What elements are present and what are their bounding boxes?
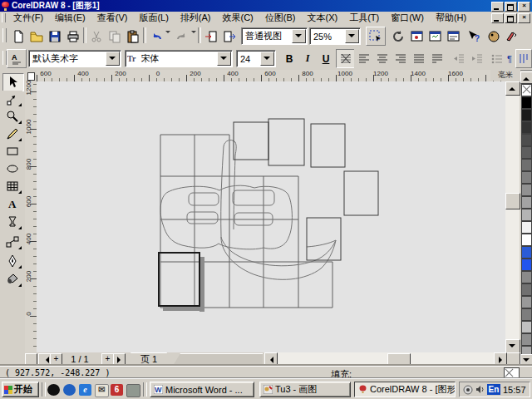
start-button[interactable]: 开始 [2, 382, 39, 397]
qq-penguin-icon[interactable] [47, 384, 60, 396]
font-combo[interactable]: Tr 宋体 [125, 50, 233, 67]
square-object[interactable] [268, 119, 304, 165]
view-manager-button[interactable] [426, 27, 446, 46]
launcher-button[interactable] [502, 27, 522, 46]
square-object[interactable] [307, 218, 341, 260]
align-center-button[interactable] [372, 49, 392, 68]
bold-button[interactable]: B [286, 53, 293, 65]
open-button[interactable] [27, 27, 47, 46]
menu-item[interactable]: 工具(T) [343, 12, 385, 23]
ime-indicator[interactable]: En [487, 384, 500, 395]
ellipse-tool[interactable] [2, 160, 22, 177]
menu-item[interactable]: 查看(V) [91, 12, 134, 23]
interactive-transparency-tool[interactable] [2, 214, 22, 230]
mdi-close-button[interactable]: × [518, 13, 530, 23]
color-swatch[interactable] [521, 209, 532, 221]
outline-tool[interactable] [2, 253, 22, 269]
messenger-icon[interactable] [63, 384, 76, 396]
color-swatch[interactable] [521, 296, 532, 308]
color-swatch[interactable] [521, 171, 532, 184]
treat-as-filled-button[interactable] [366, 27, 386, 46]
restore-button[interactable] [505, 2, 517, 12]
color-swatch[interactable] [521, 134, 532, 146]
square-object[interactable] [311, 124, 345, 167]
volume-icon[interactable] [475, 385, 485, 394]
character-outline[interactable] [221, 236, 336, 279]
color-swatch[interactable] [521, 146, 532, 159]
format-text-button[interactable]: A [7, 49, 27, 68]
show-desktop-icon[interactable] [126, 384, 140, 397]
mdi-minimize-button[interactable] [491, 13, 504, 23]
zoom-combo[interactable]: 25% [309, 27, 361, 45]
display-settings-icon[interactable] [463, 385, 473, 395]
underline-button[interactable]: U [323, 53, 330, 65]
undo-dropdown[interactable] [165, 31, 170, 36]
paste-button[interactable] [123, 27, 143, 46]
horizontal-scrollbar[interactable] [264, 352, 507, 366]
scroll-down-button[interactable] [505, 339, 520, 353]
color-swatch[interactable] [521, 321, 532, 333]
decrease-indent-button[interactable] [449, 49, 469, 68]
square-object[interactable] [344, 171, 378, 215]
undo-button[interactable] [146, 27, 166, 46]
color-swatch[interactable] [521, 96, 532, 109]
script-manager-button[interactable] [444, 27, 464, 46]
color-swatch[interactable] [521, 184, 532, 196]
align-left-button[interactable] [354, 49, 374, 68]
redo-button[interactable] [172, 27, 192, 46]
task-word[interactable]: W Microsoft Word - ... [150, 382, 254, 397]
align-force-justify-button[interactable] [427, 49, 447, 68]
page-corner-button[interactable] [25, 353, 37, 367]
corel-community-button[interactable] [484, 27, 504, 46]
outlook-mail-icon[interactable]: ✉ [95, 384, 109, 397]
toolbar-grip[interactable] [2, 28, 7, 42]
graph-paper-tool[interactable] [2, 178, 22, 195]
refresh-window-button[interactable] [387, 27, 407, 46]
color-swatch[interactable] [521, 283, 532, 296]
menu-item[interactable]: 排列(A) [175, 12, 217, 23]
menu-item[interactable]: 帮助(H) [430, 12, 472, 23]
color-swatch[interactable] [521, 308, 532, 321]
horizontal-ruler[interactable]: 60040020002004006008001000120014001600 [37, 70, 505, 82]
interactive-blend-tool[interactable] [2, 234, 22, 250]
color-swatch[interactable] [521, 221, 532, 234]
view-mode-dropdown[interactable] [292, 29, 306, 43]
square-object[interactable] [234, 122, 268, 160]
font-size-dropdown[interactable] [260, 52, 274, 66]
shape-tool[interactable] [2, 91, 22, 107]
color-swatch[interactable] [521, 234, 532, 246]
new-document-button[interactable] [8, 27, 28, 46]
align-none-button[interactable] [336, 49, 356, 68]
text-tool[interactable]: A [2, 195, 22, 212]
color-swatch[interactable] [521, 196, 532, 209]
text-style-dropdown[interactable] [106, 52, 120, 66]
menu-item[interactable]: 窗口(W) [385, 12, 430, 23]
vertical-scroll-thumb[interactable] [505, 193, 520, 209]
page-tab-1[interactable]: 页 1 [126, 352, 171, 367]
whats-this-help-button[interactable]: ? [464, 27, 484, 46]
palette-scroll-down-button[interactable] [520, 354, 532, 367]
save-button[interactable] [45, 27, 65, 46]
export-button[interactable] [219, 27, 239, 46]
character-counter[interactable] [187, 212, 218, 224]
increase-indent-button[interactable] [467, 49, 487, 68]
menu-item[interactable]: 文件(F) [7, 12, 49, 23]
color-swatch[interactable] [521, 121, 532, 134]
menubar-grip[interactable] [2, 13, 6, 22]
color-swatch[interactable] [521, 259, 532, 271]
view-mode-combo[interactable]: 普通视图 [241, 27, 308, 45]
minimize-button[interactable] [491, 2, 504, 12]
align-right-button[interactable] [391, 49, 411, 68]
italic-button[interactable]: I [306, 52, 310, 65]
mdi-restore-button[interactable] [505, 13, 517, 23]
pick-tool[interactable] [2, 73, 24, 91]
zoom-tool[interactable] [2, 108, 22, 125]
selected-square[interactable] [159, 253, 200, 306]
palette-scroll-up-button[interactable] [520, 71, 532, 84]
add-page-after-button[interactable]: + [101, 353, 114, 367]
character-outline[interactable] [221, 146, 224, 236]
color-swatch[interactable] [521, 159, 532, 171]
color-swatch[interactable] [521, 246, 532, 259]
task-coreldraw[interactable]: CorelDRAW 8 - [图形1] [354, 382, 456, 397]
vertical-scrollbar[interactable] [505, 81, 520, 352]
